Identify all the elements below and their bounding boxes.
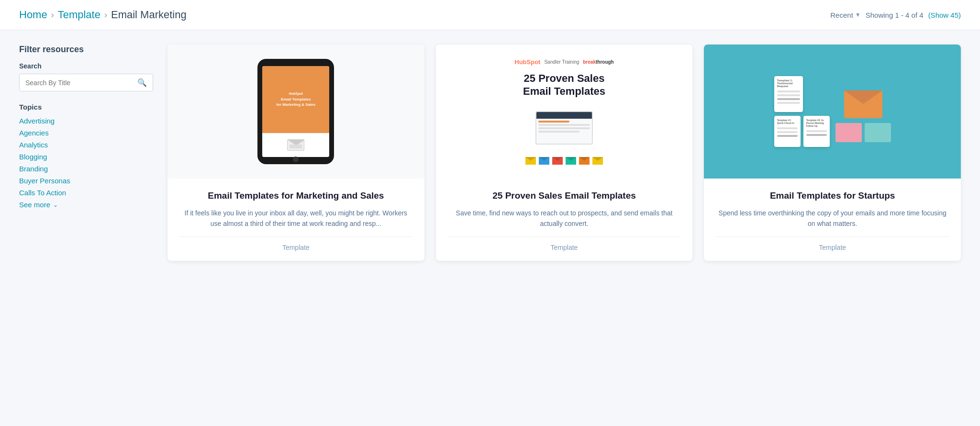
chevron-down-icon: ⌄: [53, 202, 58, 208]
card-2-description: Save time, find new ways to reach out to…: [447, 208, 681, 229]
see-more-label: See more: [19, 201, 50, 209]
sidebar-item-calls-to-action[interactable]: Calls To Action: [19, 189, 153, 197]
filter-resources-title: Filter resources: [19, 45, 153, 55]
tablet-title-text: Email Templatesfor Marketing & Sales: [276, 97, 315, 107]
card-3-title: Email Templates for Startups: [715, 190, 949, 202]
showing-count: Showing 1 - 4 of 4: [866, 11, 924, 19]
tablet-illustration: HubSpot Email Templatesfor Marketing & S…: [253, 54, 339, 169]
sort-arrow-icon: ▼: [855, 11, 861, 18]
header-right: Recent ▼ Showing 1 - 4 of 4 (Show 45): [830, 11, 961, 19]
breadcrumb-template[interactable]: Template: [58, 9, 100, 21]
small-envelope-pink: [835, 123, 862, 142]
show-all-link[interactable]: (Show 45): [928, 11, 961, 19]
big-envelope-orange: [844, 90, 882, 118]
see-more-button[interactable]: See more ⌄: [19, 201, 153, 209]
email-envelopes: [525, 157, 603, 165]
card-1-content: Email Templates for Marketing and Sales …: [167, 179, 424, 261]
sort-button[interactable]: Recent ▼: [830, 11, 860, 19]
card-2-content: 25 Proven Sales Email Templates Save tim…: [436, 179, 693, 261]
main-layout: Filter resources Search 🔍 Topics Adverti…: [0, 30, 980, 275]
breakthrough-logo: breakthrough: [583, 59, 613, 65]
template-doc-2: Template #1: Quick Check In: [774, 116, 801, 147]
topics-label: Topics: [19, 103, 153, 111]
envelope-red: [552, 157, 563, 165]
sort-label: Recent: [830, 11, 853, 19]
sidebar-item-advertising[interactable]: Advertising: [19, 117, 153, 125]
breadcrumb-home[interactable]: Home: [19, 9, 47, 21]
card-3-content: Email Templates for Startups Spend less …: [704, 179, 961, 261]
sidebar: Filter resources Search 🔍 Topics Adverti…: [19, 45, 153, 261]
page-header: Home › Template › Email Marketing Recent…: [0, 0, 980, 30]
card-1-type: Template: [179, 236, 413, 251]
breadcrumb-sep-2: ›: [104, 10, 107, 20]
sales-headline: 25 Proven SalesEmail Templates: [523, 72, 605, 98]
sandler-logo: Sandler Training: [544, 59, 579, 65]
sidebar-item-analytics[interactable]: Analytics: [19, 141, 153, 149]
startups-illustration: Template 1: Testimonial Request Template…: [704, 45, 961, 179]
card-3-image: Template 1: Testimonial Request Template…: [704, 45, 961, 179]
envelope-yellow: [525, 157, 536, 165]
card-1[interactable]: HubSpot Email Templatesfor Marketing & S…: [167, 45, 424, 261]
card-2-type: Template: [447, 236, 681, 251]
envelope-orange: [579, 157, 590, 165]
template-doc-1: Template 1: Testimonial Request: [774, 76, 803, 112]
small-envelope-green: [865, 123, 891, 142]
breadcrumb-sep-1: ›: [51, 10, 54, 20]
sidebar-item-blogging[interactable]: Blogging: [19, 153, 153, 161]
card-1-title: Email Templates for Marketing and Sales: [179, 190, 413, 202]
envelope-yellow-2: [592, 157, 603, 165]
card-1-image: HubSpot Email Templatesfor Marketing & S…: [167, 45, 424, 179]
card-1-description: If it feels like you live in your inbox …: [179, 208, 413, 229]
envelope-blue: [539, 157, 549, 165]
sidebar-item-buyer-personas[interactable]: Buyer Personas: [19, 177, 153, 185]
search-label: Search: [19, 62, 153, 70]
hubspot-logo: HubSpot: [514, 58, 540, 66]
card-3-type: Template: [715, 236, 949, 251]
breadcrumb: Home › Template › Email Marketing: [19, 9, 187, 21]
card-3-description: Spend less time overthinking the copy of…: [715, 208, 949, 229]
tablet-brand-label: HubSpot: [289, 92, 303, 95]
card-2-image: HubSpot Sandler Training breakthrough 25…: [436, 45, 693, 179]
template-doc-3: Template #3: In-Person Meeting Follow Up: [803, 116, 830, 147]
sidebar-item-branding[interactable]: Branding: [19, 165, 153, 173]
search-input[interactable]: [25, 79, 137, 87]
card-2-title: 25 Proven Sales Email Templates: [447, 190, 681, 202]
envelope-teal: [566, 157, 576, 165]
search-box: 🔍: [19, 74, 153, 91]
sidebar-item-agencies[interactable]: Agencies: [19, 129, 153, 137]
card-3[interactable]: Template 1: Testimonial Request Template…: [704, 45, 961, 261]
breadcrumb-current: Email Marketing: [111, 9, 187, 21]
screen-mockup: [535, 111, 593, 145]
card-2[interactable]: HubSpot Sandler Training breakthrough 25…: [436, 45, 693, 261]
cards-grid: HubSpot Email Templatesfor Marketing & S…: [167, 45, 961, 261]
search-icon[interactable]: 🔍: [137, 78, 147, 87]
